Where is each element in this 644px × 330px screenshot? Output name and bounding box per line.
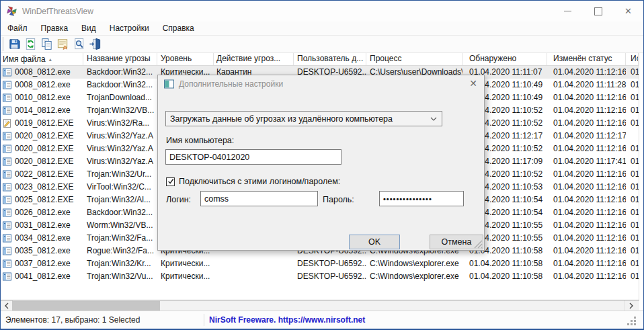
table-row[interactable]: 0037_0812.exeTrojan:Win32/Kr...Критическ… [1,257,639,270]
cell-action [214,270,294,283]
cell-user: DESKTOP-U6592... [294,257,366,270]
cell-action [214,257,294,270]
cell-extra: 01.0 [626,206,639,219]
file-window-icon [3,145,11,153]
cell-extra: 01.0 [626,155,639,168]
cell-extra: 01.0 [626,79,639,91]
file-name-text: 0008_0812.exe [15,66,71,79]
cell-extra: 01.0 [626,270,639,283]
dialog-title: Дополнительные настройки [179,79,283,89]
column-header-label: Название угрозы [87,54,151,63]
file-name-text: 0020_0812.EXE [15,130,73,142]
column-header-3[interactable]: Уровень [157,53,214,65]
copy-button[interactable] [39,36,54,52]
advanced-options-dialog: Дополнительные настройки ✕ Загружать дан… [157,75,485,251]
menu-item-help[interactable]: Справка [156,22,201,35]
cell-extra: 01.0 [626,219,639,232]
credentials-checkbox-row[interactable]: Подключиться с этими логином/паролем: [166,177,340,186]
cell-modified: 01.04.2020 11:12:16 [547,91,626,104]
file-name-text: 0026_0812.exe [15,206,71,219]
menu-item-edit[interactable]: Правка [34,22,75,35]
scroll-left-button[interactable] [1,300,13,311]
cell-threat: Rogue:Win32/Fa... [83,245,157,257]
properties-button[interactable] [55,36,71,52]
file-window-icon [3,234,11,243]
window-title: WinDefThreatsView [22,7,93,16]
window-controls: ✕ [553,1,643,22]
file-name-text: 0014_0812.exe [15,104,71,117]
find-icon [73,38,85,50]
refresh-button[interactable] [23,36,38,52]
app-logo-icon [6,5,17,17]
computer-name-input[interactable] [165,149,341,165]
cell-modified: 01.04.2020 11:11:28 [547,79,626,91]
cell-file: 0020_0812.EXE [1,142,83,155]
scroll-right-button[interactable] [625,300,637,311]
threat-source-select[interactable]: Загружать данные об угрозах из удалённог… [165,111,442,126]
file-window-icon [3,157,11,166]
cell-file: 0026_0812.exe [1,206,83,219]
dialog-resize-grip[interactable] [474,240,483,249]
nirsoft-link[interactable]: NirSoft Freeware. https://www.nirsoft.ne… [209,315,365,325]
maximize-button[interactable] [583,1,613,22]
cell-modified: 01.04.2020 11:12:16 [547,219,626,232]
cell-file: 0037_0812.exe [1,257,83,270]
column-header-1[interactable]: Имя файла▴ [1,53,83,65]
cell-extra: 01.0 [626,257,639,270]
cell-file: 0008_0812.exe [1,66,83,79]
cell-modified: 01.04.2020 11:12:16 [547,245,626,257]
cell-modified: 01.04.2020 11:12:16 [547,270,626,283]
dialog-close-icon[interactable]: ✕ [469,79,477,88]
cell-process: C:\Windows\explorer.exe [366,270,462,283]
file-window-icon [3,272,11,281]
exit-button[interactable] [87,36,103,52]
file-window-icon [3,259,11,268]
app-window: WinDefThreatsView ✕ Файл Правка Вид Наст… [0,0,644,330]
login-input[interactable] [200,191,318,206]
cell-file: 0020_0812.EXE [1,130,83,142]
menu-item-view[interactable]: Вид [75,22,103,35]
file-name-text: 0031_0812.exe [15,219,71,232]
column-header-2[interactable]: Название угрозы [83,53,157,65]
file-name-text: 0041_0812.exe [15,270,71,283]
column-header-4[interactable]: Действие угроз... [214,53,294,65]
cell-extra: 01.0 [626,117,639,130]
menu-item-file[interactable]: Файл [1,22,34,35]
menu-item-options[interactable]: Настройки [103,22,156,35]
file-name-text: 0010_0812.exe [15,91,71,104]
cell-threat: Virus:Win32/Yaz.A [83,155,157,168]
cell-extra: 01.0 [626,181,639,194]
cell-threat: Virus:Win32/Yaz.A [83,142,157,155]
password-input[interactable] [379,191,464,206]
horizontal-scrollbar[interactable] [1,300,639,311]
ok-button[interactable]: OK [349,235,400,249]
column-header-5[interactable]: Пользователь д... [294,53,366,65]
table-header: Имя файла▴Название угрозыУровеньДействие… [1,53,639,66]
file-window-icon [3,247,11,255]
column-header-6[interactable]: Процесс [366,53,462,65]
minimize-button[interactable] [553,1,583,22]
scrollbar-thumb[interactable] [12,301,160,311]
close-button[interactable]: ✕ [613,1,643,22]
file-window-icon [3,93,11,102]
cell-threat: VirTool:Win32/C... [83,181,157,194]
find-button[interactable] [71,36,87,52]
cell-threat: Virus:Win32/Yaz.A [83,130,157,142]
status-count: Элементов: 17, выбрано: 1 Selected [5,315,140,325]
column-header-7[interactable]: Обнаружено [462,53,547,65]
column-header-8[interactable]: Изменён статус [547,53,626,65]
save-icon [8,38,21,50]
window-resize-grip[interactable] [627,317,637,326]
cell-modified: 01.04.2020 11:12:16 [547,206,626,219]
credentials-checkbox[interactable] [166,177,175,186]
column-header-label: Пользователь д... [297,54,363,63]
cell-modified: 01.04.2020 11:12:17 [547,130,626,142]
exit-door-icon [89,38,102,50]
save-button[interactable] [7,36,22,52]
table-row[interactable]: 0041_0812.exeTrojan:Win32/Vu...Критическ… [1,270,639,283]
cell-modified: 01.04.2020 11:12:16 [547,232,626,245]
sort-indicator-icon: ▴ [49,54,52,65]
file-name-text: 0037_0812.exe [15,257,71,270]
cell-file: 0022_0812.EXE [1,168,83,181]
column-header-9[interactable]: Исп [626,53,639,65]
